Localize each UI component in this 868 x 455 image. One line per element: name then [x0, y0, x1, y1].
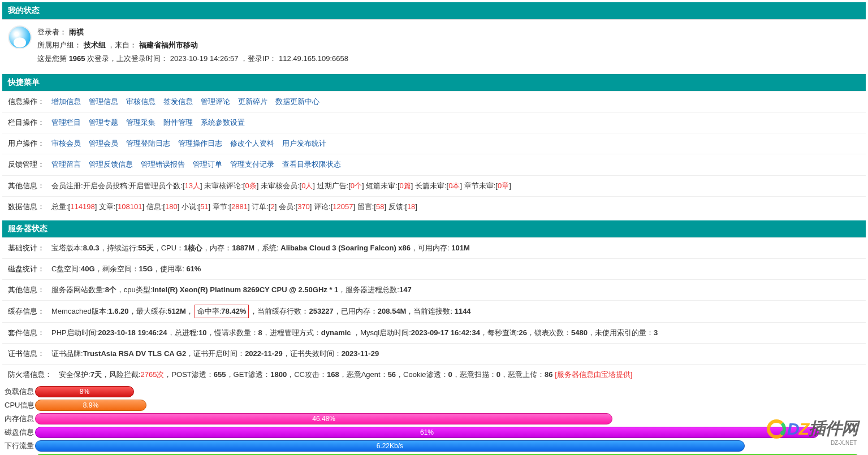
- bar-row-1: CPU信息8.9%: [2, 398, 866, 412]
- server-cache-label: 缓存信息：: [8, 305, 45, 318]
- text-part: ，锁表次数：: [527, 328, 571, 337]
- user-name: 雨祺: [69, 28, 84, 36]
- user-link-0[interactable]: 审核会员: [51, 139, 81, 148]
- server-disk-body: C盘空间:40G，剩余空间：15G，使用率: 61%: [51, 263, 201, 275]
- text-part: ，cpu类型:: [116, 285, 153, 294]
- text-part: 证书品牌:: [51, 349, 83, 358]
- watermark-rest: 插件网: [809, 417, 858, 440]
- text-part: 安全保护:: [59, 370, 90, 379]
- text-part: ，未使用索引的量：: [588, 328, 654, 337]
- text-part: ，: [186, 307, 193, 315]
- line3a: 这是您第: [37, 54, 69, 63]
- user-info: 登录者： 雨祺 所属用户组： 技术组 ，来自： 福建省福州市移动 这是您第 19…: [37, 25, 348, 65]
- text-part: ，系统:: [254, 244, 280, 252]
- info-link-5[interactable]: 更新碎片: [238, 97, 267, 106]
- user-link-3[interactable]: 管理操作日志: [178, 139, 222, 148]
- user-link-1[interactable]: 管理会员: [89, 139, 118, 148]
- text-part: Memcached版本:: [51, 307, 108, 315]
- bar-label-2: 内存信息: [2, 414, 35, 424]
- other-info-label: 其他信息：: [8, 180, 45, 192]
- text-part: 0个: [351, 181, 362, 190]
- menu-info-label: 信息操作：: [8, 96, 45, 108]
- text-part: 2023-11-29: [342, 349, 379, 358]
- text-part: 12057: [332, 202, 353, 211]
- server-firewall-body: 安全保护:7天，风险拦截:2765次，POST渗透：655，GET渗透：1800…: [59, 369, 632, 381]
- feedback-link-4[interactable]: 管理支付记录: [230, 160, 274, 168]
- text-part: 总量:[: [51, 202, 70, 211]
- info-link-0[interactable]: 增加信息: [51, 97, 81, 106]
- text-part: ，使用率:: [153, 265, 186, 273]
- text-part: 2: [270, 202, 274, 211]
- info-link-2[interactable]: 审核信息: [126, 97, 156, 106]
- text-part: 7天: [90, 370, 102, 379]
- info-link-3[interactable]: 签发信息: [163, 97, 193, 106]
- text-part: 40G: [81, 265, 95, 273]
- text-part: 114198: [70, 202, 94, 211]
- bar-label-3: 磁盘信息: [2, 427, 35, 437]
- user-link-4[interactable]: 修改个人资料: [230, 139, 274, 148]
- menu-column-label: 栏目操作：: [8, 116, 45, 129]
- bar-fill-4: 6.22Kb/s: [35, 440, 745, 452]
- text-part: ，GET渗透：: [226, 370, 271, 379]
- bar-fill-1: 8.9%: [35, 400, 146, 411]
- text-part: 2023-09-17 16:42:34: [411, 328, 480, 337]
- bar-label-0: 负载信息: [2, 387, 35, 397]
- my-status-panel: 我的状态 登录者： 雨祺 所属用户组： 技术组 ，来自： 福建省福州市移动 这是…: [2, 2, 866, 71]
- server-cache-row: 缓存信息：Memcached版本:1.6.20，最大缓存:512M，命中率:78…: [2, 300, 866, 322]
- text-part: ，已用内存：: [334, 307, 378, 315]
- watermark-sub: DZ-X.NET: [831, 440, 857, 446]
- text-part: ，每秒查询:: [480, 328, 519, 337]
- user-link-5[interactable]: 用户发布统计: [282, 139, 326, 148]
- text-part: [服务器信息由宝塔提供]: [555, 370, 632, 379]
- column-link-0[interactable]: 管理栏目: [51, 118, 81, 127]
- column-link-2[interactable]: 管理采集: [126, 118, 156, 127]
- server-cache-body: Memcached版本:1.6.20，最大缓存:512M，命中率:78.42%，…: [51, 305, 471, 318]
- bar-row-4: 下行流量6.22Kb/s: [2, 439, 866, 453]
- quick-menu-panel: 快捷菜单 信息操作： 增加信息管理信息审核信息签发信息管理评论更新碎片数据更新中…: [2, 74, 866, 217]
- info-link-6[interactable]: 数据更新中心: [275, 97, 319, 106]
- text-part: 0: [496, 370, 500, 379]
- user-link-2[interactable]: 管理登陆日志: [126, 139, 170, 148]
- text-part: C盘空间:: [51, 265, 81, 273]
- feedback-link-3[interactable]: 管理订单: [193, 160, 222, 168]
- text-part: 反馈:[: [386, 202, 407, 211]
- text-part: 0章: [498, 181, 509, 190]
- info-link-4[interactable]: 管理评论: [201, 97, 230, 106]
- text-part: 86: [545, 370, 552, 379]
- bar-track-2: 46.48%: [35, 413, 860, 424]
- info-link-1[interactable]: 管理信息: [89, 97, 118, 106]
- column-link-4[interactable]: 系统参数设置: [201, 118, 245, 127]
- text-part: 3: [654, 328, 658, 337]
- text-part: ，CPU：: [154, 244, 184, 252]
- text-part: 0条: [245, 181, 256, 190]
- text-part: 1核心: [184, 244, 202, 252]
- text-part: ，最大缓存:: [129, 307, 168, 315]
- menu-info-row: 信息操作： 增加信息管理信息审核信息签发信息管理评论更新碎片数据更新中心: [2, 91, 866, 112]
- feedback-link-2[interactable]: 管理错误报告: [141, 160, 185, 168]
- menu-user-row: 用户操作： 审核会员管理会员管理登陆日志管理操作日志修改个人资料用户发布统计: [2, 133, 866, 154]
- bar-fill-2: 46.48%: [35, 413, 612, 424]
- bar-label-4: 下行流量: [2, 441, 35, 451]
- server-cert-label: 证书信息：: [8, 348, 45, 360]
- login-count: 1965: [69, 54, 85, 63]
- text-part: ，恶意扫描：: [452, 370, 496, 379]
- bar-track-3: 61%: [35, 427, 860, 438]
- feedback-link-0[interactable]: 管理留言: [51, 160, 81, 168]
- server-disk-label: 磁盘统计：: [8, 263, 45, 275]
- text-part: 0人: [301, 181, 313, 190]
- text-part: 147: [399, 285, 412, 294]
- text-part: 55天: [138, 244, 153, 252]
- column-link-3[interactable]: 附件管理: [163, 118, 193, 127]
- feedback-link-1[interactable]: 管理反馈信息: [89, 160, 133, 168]
- column-link-1[interactable]: 管理专题: [89, 118, 118, 127]
- text-part: 0: [448, 370, 452, 379]
- text-part: ，当前连接数:: [406, 307, 454, 315]
- feedback-link-5[interactable]: 查看目录权限状态: [282, 160, 341, 168]
- text-part: ，证书开启时间：: [186, 349, 245, 358]
- server-otherInfo-label: 其他信息：: [8, 284, 45, 296]
- text-part: ]: [415, 202, 417, 211]
- text-part: ，POST渗透：: [164, 370, 213, 379]
- bar-fill-3: 61%: [35, 427, 819, 438]
- text-part: ，可用内存:: [411, 244, 451, 252]
- text-part: Alibaba Cloud 3 (Soaring Falcon) x86: [280, 244, 411, 252]
